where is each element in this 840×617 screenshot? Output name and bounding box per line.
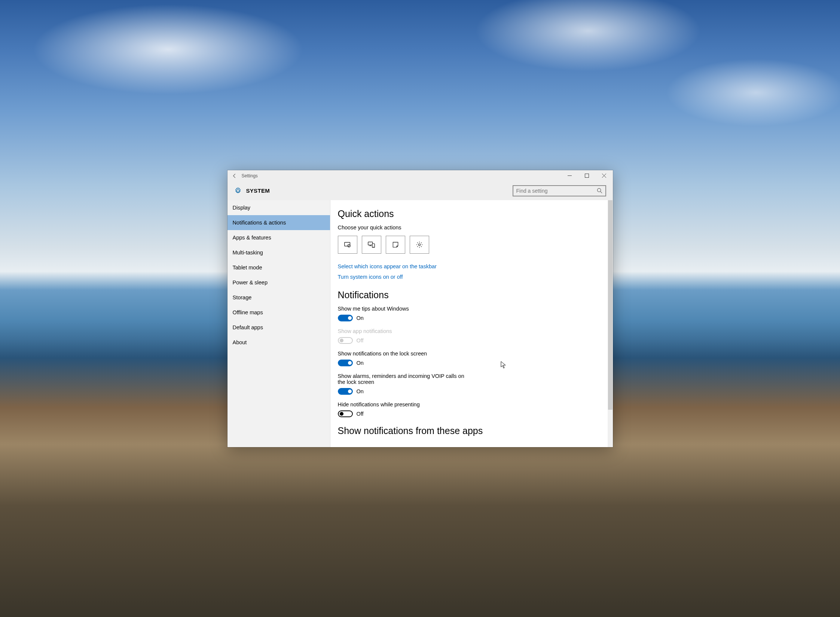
toggle-state-text: On [357, 360, 364, 366]
sidebar-item-storage[interactable]: Storage [227, 290, 330, 305]
svg-rect-4 [368, 242, 372, 245]
toggle-switch[interactable] [338, 388, 353, 395]
notifications-heading: Notifications [338, 290, 547, 300]
settings-window: Settings SYSTEM DisplayNotifications & a… [227, 170, 613, 447]
search-input[interactable] [516, 188, 597, 194]
sidebar-item-offline-maps[interactable]: Offline maps [227, 305, 330, 320]
toggle-label: Show app notifications [338, 328, 473, 334]
close-button[interactable] [596, 170, 613, 181]
toggle-label: Show notifications on the lock screen [338, 351, 473, 357]
sidebar-item-about[interactable]: About [227, 335, 330, 350]
sidebar-item-display[interactable]: Display [227, 200, 330, 215]
toggle-switch[interactable] [338, 315, 353, 321]
toggle-row: Hide notifications while presentingOff [338, 401, 547, 417]
apps-heading: Show notifications from these apps [338, 425, 547, 436]
toggle-row: Show app notificationsOff [338, 328, 547, 344]
minimize-button[interactable] [561, 170, 578, 181]
quick-actions-subtext: Choose your quick actions [338, 224, 547, 230]
content: Quick actions Choose your quick actions [330, 200, 613, 447]
search-box[interactable] [513, 185, 606, 196]
svg-point-7 [418, 244, 420, 245]
toggle-switch [338, 337, 353, 344]
gear-icon [234, 187, 242, 195]
back-button[interactable] [232, 173, 242, 178]
search-icon [597, 188, 602, 193]
window-title: Settings [242, 173, 258, 178]
toggle-label: Show alarms, reminders and incoming VOIP… [338, 373, 473, 385]
toggle-switch[interactable] [338, 410, 353, 417]
titlebar: Settings [227, 170, 613, 181]
body: DisplayNotifications & actionsApps & fea… [227, 200, 613, 447]
toggle-switch[interactable] [338, 360, 353, 366]
svg-point-1 [597, 188, 601, 192]
maximize-button[interactable] [578, 170, 596, 181]
svg-rect-0 [585, 174, 589, 178]
connect-icon [367, 241, 376, 249]
sidebar-item-notifications-actions[interactable]: Notifications & actions [227, 215, 330, 230]
taskbar-icons-link[interactable]: Select which icons appear on the taskbar [338, 263, 547, 269]
toggle-row: Show me tips about WindowsOn [338, 306, 547, 321]
toggle-state-text: Off [357, 411, 364, 417]
toggle-label: Show me tips about Windows [338, 306, 473, 312]
system-icons-link[interactable]: Turn system icons on or off [338, 274, 547, 280]
mouse-cursor [501, 361, 506, 369]
sidebar-item-multi-tasking[interactable]: Multi-tasking [227, 245, 330, 260]
scrollbar-thumb[interactable] [608, 200, 613, 410]
gear-icon [416, 241, 423, 248]
sidebar-item-apps-features[interactable]: Apps & features [227, 230, 330, 245]
quick-action-tablet[interactable] [338, 236, 357, 254]
toggle-control: On [338, 360, 547, 366]
close-icon [602, 174, 606, 178]
quick-action-tiles [338, 236, 547, 254]
toggle-label: Hide notifications while presenting [338, 401, 473, 407]
sidebar: DisplayNotifications & actionsApps & fea… [227, 200, 330, 447]
toggle-row: Show alarms, reminders and incoming VOIP… [338, 373, 547, 395]
scrollbar[interactable] [608, 200, 613, 447]
tablet-mode-icon [343, 241, 352, 249]
header: SYSTEM [227, 181, 613, 200]
toggle-control: On [338, 388, 547, 395]
arrow-left-icon [232, 173, 237, 178]
toggle-state-text: On [357, 315, 364, 321]
sidebar-item-power-sleep[interactable]: Power & sleep [227, 275, 330, 290]
maximize-icon [585, 174, 589, 178]
quick-action-note[interactable] [386, 236, 405, 254]
svg-point-6 [373, 246, 373, 247]
quick-actions-heading: Quick actions [338, 208, 547, 219]
sidebar-item-default-apps[interactable]: Default apps [227, 320, 330, 335]
category-title: SYSTEM [246, 187, 270, 194]
toggle-control: Off [338, 337, 547, 344]
note-icon [392, 241, 399, 248]
toggle-control: Off [338, 410, 547, 417]
toggle-state-text: On [357, 388, 364, 394]
toggle-control: On [338, 315, 547, 321]
quick-action-connect[interactable] [362, 236, 381, 254]
sidebar-item-tablet-mode[interactable]: Tablet mode [227, 260, 330, 275]
toggle-state-text: Off [357, 337, 364, 343]
quick-action-settings[interactable] [410, 236, 429, 254]
minimize-icon [568, 174, 572, 178]
toggle-row: Show notifications on the lock screenOn [338, 351, 547, 366]
